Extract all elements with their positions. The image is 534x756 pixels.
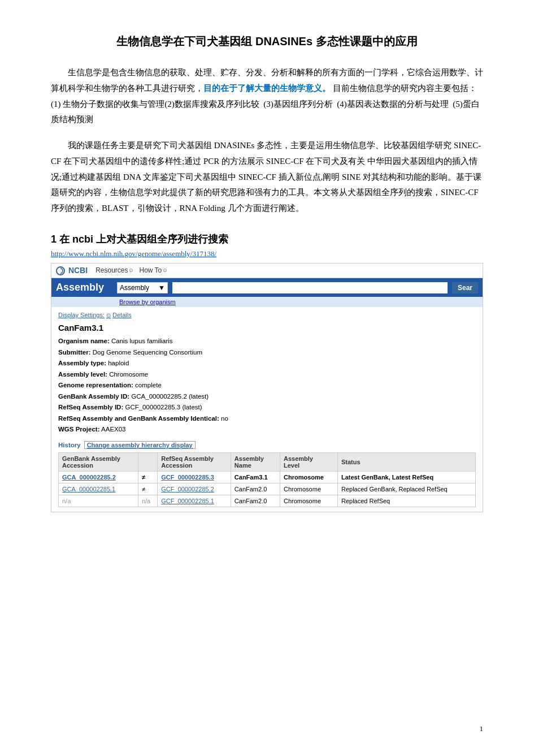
row3-sym: n/a — [138, 495, 157, 507]
col-level-header: AssemblyLevel — [280, 452, 338, 471]
ncbi-logo-text: NCBI — [68, 266, 88, 275]
field-refseq-id: RefSeq Assembly ID: GCF_000002285.3 (lat… — [58, 402, 476, 413]
col-genbank-header: GenBank AssemblyAccession — [59, 452, 138, 471]
row2-name: CanFam2.0 — [231, 483, 280, 495]
table-row: GCA_000002285.2 ≠ GCF_000002285.3 CanFam… — [59, 471, 476, 483]
ncbi-fields: Organism name: Canis lupus familiaris Su… — [58, 336, 476, 435]
display-settings-label: Display Settings: — [58, 312, 105, 318]
col-sym-header — [138, 452, 157, 471]
howto-arrow-icon: ⊙ — [163, 267, 167, 273]
row1-sym: ≠ — [138, 471, 157, 483]
field-submitter: Submitter: Dog Genome Sequencing Consort… — [58, 347, 476, 358]
ncbi-nav-howto[interactable]: How To ⊙ — [139, 266, 167, 274]
ncbi-record-title: CanFam3.1 — [58, 323, 476, 332]
field-organism: Organism name: Canis lupus familiaris — [58, 336, 476, 347]
paragraph-2: 我的课题任务主要是研究下司犬基因组 DNASINEs 多态性，主要是运用生物信息… — [51, 138, 483, 217]
table-row: GCA_000002285.1 ≠ GCF_000002285.2 CanFam… — [59, 483, 476, 495]
para1-highlight: 目的在于了解大量的生物学意义。 — [203, 84, 331, 93]
history-label-text: History — [58, 442, 81, 448]
section-1-heading: 1 在 ncbi 上对犬基因组全序列进行搜索 — [51, 232, 483, 246]
ncbi-browse-link[interactable]: Browse by organism — [119, 299, 176, 305]
row2-sym: ≠ — [138, 483, 157, 495]
ncbi-assembly-table: GenBank AssemblyAccession RefSeq Assembl… — [58, 452, 476, 507]
ncbi-content-area: Display Settings: ⊙ Details CanFam3.1 Or… — [51, 307, 483, 512]
row3-level: Chromosome — [280, 495, 338, 507]
row2-genbank: GCA_000002285.1 — [59, 483, 138, 495]
ncbi-search-title: Assembly — [56, 282, 112, 293]
ncbi-nav-resources[interactable]: Resources ⊙ — [95, 266, 133, 274]
field-genome-rep: Genome representation: complete — [58, 380, 476, 391]
page-number: 1 — [480, 724, 484, 733]
ncbi-display-settings: Display Settings: ⊙ Details — [58, 312, 476, 318]
ncbi-logo-icon — [56, 266, 65, 275]
col-name-header: AssemblyName — [231, 452, 280, 471]
field-identical: RefSeq Assembly and GenBank Assembly Ide… — [58, 413, 476, 425]
row1-name: CanFam3.1 — [231, 471, 280, 483]
row3-refseq: GCF_000002285.1 — [158, 495, 231, 507]
paragraph-1: 生信息学是包含生物信息的获取、处理、贮存、分发、分析和解释的所有方面的一门学科，… — [51, 65, 483, 128]
ncbi-topbar: NCBI Resources ⊙ How To ⊙ — [51, 263, 483, 278]
row3-status: Replaced RefSeq — [337, 495, 475, 507]
ncbi-browse-row: Browse by organism — [51, 297, 483, 307]
row1-level: Chromosome — [280, 471, 338, 483]
field-assembly-level: Assembly level: Chromosome — [58, 369, 476, 381]
ncbi-screenshot: NCBI Resources ⊙ How To ⊙ Assembly Assem… — [51, 263, 483, 512]
ncbi-search-input[interactable] — [172, 282, 448, 293]
col-refseq-header: RefSeq AssemblyAccession — [158, 452, 231, 471]
ncbi-logo: NCBI — [56, 266, 88, 275]
para2-text: 我的课题任务主要是研究下司犬基因组 DNASINEs 多态性，主要是运用生物信息… — [51, 141, 481, 213]
row2-refseq: GCF_000002285.2 — [158, 483, 231, 495]
row3-genbank: n/a — [59, 495, 138, 507]
section-1-link[interactable]: http://www.ncbi.nlm.nih.gov/genome/assem… — [51, 249, 483, 258]
resources-arrow-icon: ⊙ — [129, 267, 133, 273]
row1-status: Latest GenBank, Latest RefSeq — [337, 471, 475, 483]
row1-genbank: GCA_000002285.2 — [59, 471, 138, 483]
ncbi-searchbar: Assembly Assembly ▼ Sear — [51, 278, 483, 297]
field-wgs: WGS Project: AAEX03 — [58, 424, 476, 435]
display-settings-icon: ⊙ — [106, 312, 111, 318]
history-link[interactable]: Change assembly hierarchy display — [84, 441, 196, 449]
col-status-header: Status — [337, 452, 475, 471]
ncbi-search-select[interactable]: Assembly ▼ — [117, 282, 168, 293]
field-genbank-id: GenBank Assembly ID: GCA_000002285.2 (la… — [58, 391, 476, 403]
row1-refseq: GCF_000002285.3 — [158, 471, 231, 483]
ncbi-history-section: History Change assembly hierarchy displa… — [58, 441, 476, 449]
row2-status: Replaced GenBank, Replaced RefSeq — [337, 483, 475, 495]
select-arrow-icon: ▼ — [158, 284, 165, 292]
table-row: n/a n/a GCF_000002285.1 CanFam2.0 Chromo… — [59, 495, 476, 507]
display-settings-link[interactable]: Details — [112, 312, 132, 318]
page-title: 生物信息学在下司犬基因组 DNASINEs 多态性课题中的应用 — [51, 34, 483, 49]
row2-level: Chromosome — [280, 483, 338, 495]
ncbi-search-button[interactable]: Sear — [452, 282, 478, 293]
row3-name: CanFam2.0 — [231, 495, 280, 507]
field-assembly-type: Assembly type: haploid — [58, 358, 476, 369]
